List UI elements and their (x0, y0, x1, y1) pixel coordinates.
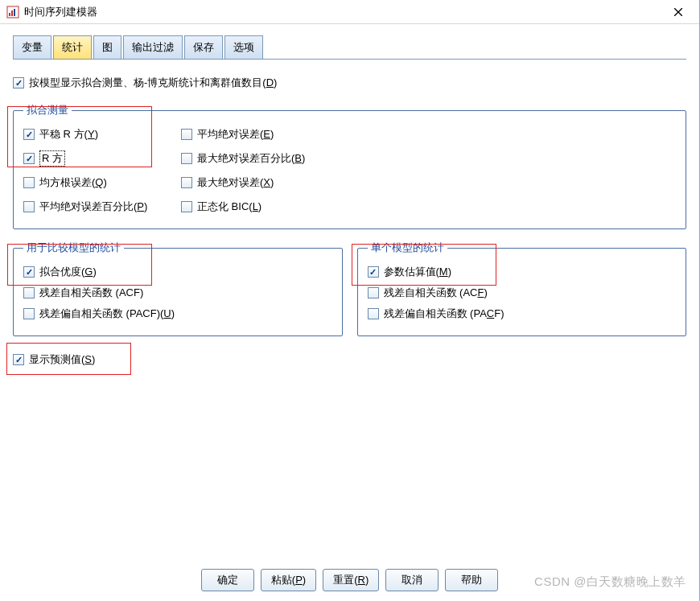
mape-label: 平均绝对误差百分比(P) (39, 200, 147, 214)
mape-checkbox[interactable] (23, 201, 35, 212)
compare-pacf-checkbox[interactable] (23, 308, 35, 319)
compare-models-legend: 用于比较模型的统计 (23, 241, 124, 255)
fit-measures-group: 拟合测量 平稳 R 方(Y) 平均绝对误差(E) R 方 最大绝对误差百分比(B… (13, 103, 686, 229)
norm-bic-checkbox[interactable] (181, 201, 192, 212)
tab-options[interactable]: 选项 (224, 35, 263, 59)
single-pacf-checkbox[interactable] (368, 308, 379, 319)
close-button[interactable] (664, 3, 693, 21)
tab-output-filter[interactable]: 输出过滤 (123, 35, 183, 59)
stats-columns: 用于比较模型的统计 拟合优度(G) 残差自相关函数 (ACF) 残差偏自相关函数… (13, 229, 686, 336)
max-ae-label: 最大绝对误差(X) (197, 175, 274, 190)
compare-acf-label: 残差自相关函数 (ACF) (39, 286, 143, 300)
svg-rect-2 (11, 10, 13, 16)
close-icon (674, 8, 682, 16)
param-estimates-checkbox[interactable] (368, 266, 379, 278)
window-title: 时间序列建模器 (24, 5, 664, 19)
compare-models-group: 用于比较模型的统计 拟合优度(G) 残差自相关函数 (ACF) 残差偏自相关函数… (13, 241, 343, 336)
single-model-legend: 单个模型的统计 (368, 241, 447, 255)
rmse-label: 均方根误差(Q) (39, 175, 107, 190)
max-ae-checkbox[interactable] (181, 177, 192, 188)
display-fit-by-model-row: 按模型显示拟合测量、杨-博克斯统计和离群值数目(D) (13, 74, 686, 92)
mae-label: 平均绝对误差(E) (197, 127, 274, 142)
tab-plots[interactable]: 图 (93, 35, 121, 59)
help-button[interactable]: 帮助 (445, 569, 498, 591)
stationary-r-square-checkbox[interactable] (23, 129, 35, 140)
display-fit-by-model-label: 按模型显示拟合测量、杨-博克斯统计和离群值数目(D) (29, 76, 277, 90)
cancel-button[interactable]: 取消 (385, 569, 439, 591)
app-icon (6, 6, 19, 19)
max-ape-label: 最大绝对误差百分比(B) (197, 151, 305, 166)
single-acf-label: 残差自相关函数 (ACF) (384, 286, 488, 300)
display-fit-by-model-checkbox[interactable] (13, 77, 24, 89)
ok-button[interactable]: 确定 (201, 569, 254, 591)
r-square-label: R 方 (39, 150, 65, 167)
paste-button[interactable]: 粘贴(P) (261, 569, 316, 591)
rmse-checkbox[interactable] (23, 177, 35, 188)
tab-statistics[interactable]: 统计 (53, 35, 92, 59)
single-pacf-label: 残差偏自相关函数 (PACF) (384, 307, 504, 321)
max-ape-checkbox[interactable] (181, 153, 192, 164)
goodness-of-fit-checkbox[interactable] (23, 266, 35, 278)
mae-checkbox[interactable] (181, 129, 192, 140)
stationary-r-square-label: 平稳 R 方(Y) (39, 127, 98, 142)
svg-rect-1 (9, 13, 10, 16)
single-acf-checkbox[interactable] (368, 287, 379, 298)
reset-button[interactable]: 重置(R) (323, 569, 379, 591)
tab-strip: 变量 统计 图 输出过滤 保存 选项 (13, 35, 686, 60)
compare-acf-checkbox[interactable] (23, 287, 35, 298)
title-bar: 时间序列建模器 (0, 0, 699, 24)
show-forecast-label: 显示预测值(S) (29, 352, 95, 367)
param-estimates-label: 参数估算值(M) (384, 265, 452, 279)
svg-rect-3 (14, 9, 15, 16)
single-model-group: 单个模型的统计 参数估算值(M) 残差自相关函数 (ACF) 残差偏自相关函数 … (357, 241, 687, 336)
dialog-content: 变量 统计 图 输出过滤 保存 选项 按模型显示拟合测量、杨-博克斯统计和离群值… (0, 24, 699, 372)
show-forecast-row: 显示预测值(S) (13, 351, 95, 368)
fit-measures-legend: 拟合测量 (23, 103, 72, 117)
compare-pacf-label: 残差偏自相关函数 (PACF)(U) (39, 307, 175, 321)
goodness-of-fit-label: 拟合优度(G) (39, 265, 97, 279)
norm-bic-label: 正态化 BIC(L) (197, 200, 261, 214)
fit-grid: 平稳 R 方(Y) 平均绝对误差(E) R 方 最大绝对误差百分比(B) 均方根… (23, 126, 676, 219)
tab-save[interactable]: 保存 (184, 35, 223, 59)
r-square-checkbox[interactable] (23, 153, 35, 164)
show-forecast-checkbox[interactable] (13, 354, 24, 365)
tab-variables[interactable]: 变量 (13, 35, 51, 59)
button-bar: 确定 粘贴(P) 重置(R) 取消 帮助 (0, 569, 699, 591)
